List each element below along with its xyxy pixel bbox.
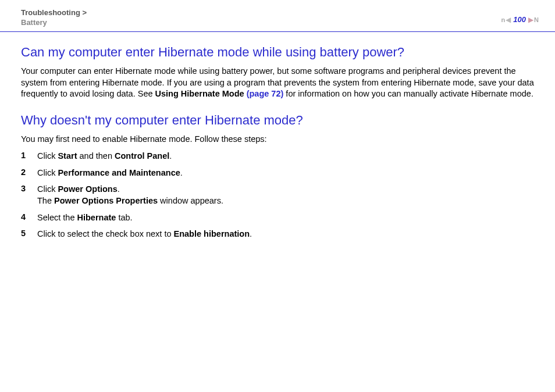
step-number: 1 <box>21 151 37 162</box>
steps-list: 1 Click Start and then Control Panel. 2 … <box>21 151 538 240</box>
step-text-post: . <box>180 168 183 177</box>
breadcrumb-section[interactable]: Troubleshooting <box>21 8 80 17</box>
step-text-post: . <box>250 229 252 238</box>
step3-line2-post: window appears. <box>158 196 223 205</box>
step-text-pre: Click <box>37 168 58 177</box>
page-header: Troubleshooting > Battery n ◀ 100 ▶ N <box>0 0 555 32</box>
power-options-label: Power Options <box>58 184 117 194</box>
step-text-post: tab. <box>116 213 132 222</box>
step-number: 5 <box>21 229 37 240</box>
control-panel-label: Control Panel <box>115 151 169 161</box>
step-number: 3 <box>21 184 37 206</box>
power-options-properties-label: Power Options Properties <box>54 196 158 205</box>
step-text-post: . <box>169 151 172 161</box>
page-number: 100 <box>513 15 526 24</box>
q1-bold-reference: Using Hibernate Mode <box>155 89 247 98</box>
step3-line2-pre: The <box>37 196 54 205</box>
step-text: Click Performance and Maintenance. <box>37 168 538 179</box>
step-4: 4 Select the Hibernate tab. <box>21 212 538 224</box>
enable-hibernation-label: Enable hibernation <box>174 229 250 238</box>
step-text-pre: Select the <box>37 213 77 222</box>
pager-n-right: N <box>534 16 539 23</box>
step-text: Click Start and then Control Panel. <box>37 151 538 162</box>
step-text-pre: Click to select the check box next to <box>37 229 174 238</box>
step-text-post1: . <box>118 184 120 194</box>
pager: n ◀ 100 ▶ N <box>501 15 539 24</box>
next-page-icon[interactable]: ▶ <box>528 16 533 23</box>
step-number: 4 <box>21 212 37 224</box>
prev-page-icon[interactable]: ◀ <box>506 16 511 23</box>
pager-n-left: n <box>501 16 506 23</box>
question-2-heading: Why doesn't my computer enter Hibernate … <box>21 113 538 128</box>
step-5: 5 Click to select the check box next to … <box>21 229 538 240</box>
question-1-body: Your computer can enter Hibernate mode w… <box>21 66 538 100</box>
breadcrumb-separator: > <box>80 8 87 17</box>
page-content: Can my computer enter Hibernate mode whi… <box>0 32 555 240</box>
step-text-pre: Click <box>37 151 58 161</box>
performance-maintenance-label: Performance and Maintenance <box>58 168 180 177</box>
start-label: Start <box>58 151 77 161</box>
step-2: 2 Click Performance and Maintenance. <box>21 168 538 179</box>
page-72-link[interactable]: (page 72) <box>247 89 284 98</box>
breadcrumb-line-1: Troubleshooting > <box>21 8 538 17</box>
step-text: Click to select the check box next to En… <box>37 229 538 240</box>
breadcrumb-line-2[interactable]: Battery <box>21 18 538 27</box>
question-2-intro: You may first need to enable Hibernate m… <box>21 134 538 145</box>
step-3: 3 Click Power Options. The Power Options… <box>21 184 538 206</box>
q1-text-post: for information on how you can manually … <box>283 89 533 98</box>
hibernate-tab-label: Hibernate <box>77 213 116 222</box>
question-1-heading: Can my computer enter Hibernate mode whi… <box>21 45 538 60</box>
step-1: 1 Click Start and then Control Panel. <box>21 151 538 162</box>
step-number: 2 <box>21 168 37 179</box>
step-text-pre: Click <box>37 184 58 194</box>
step-text: Click Power Options. The Power Options P… <box>37 184 538 206</box>
step-text: Select the Hibernate tab. <box>37 212 538 224</box>
step-text-mid: and then <box>77 151 115 161</box>
